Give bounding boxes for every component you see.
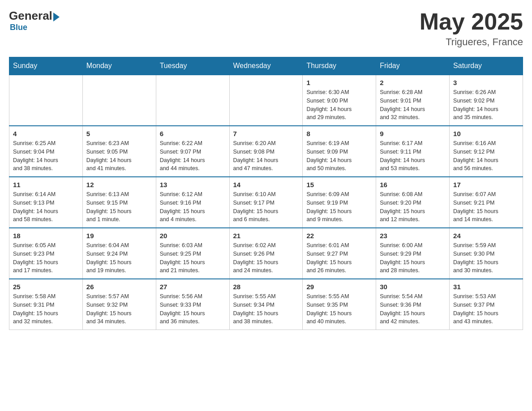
day-header-friday: Friday (376, 57, 450, 75)
day-number: 25 (13, 283, 79, 291)
day-info-text: Sunrise: 6:14 AMSunset: 9:13 PMDaylight:… (13, 190, 79, 224)
day-info-text: Sunrise: 6:10 AMSunset: 9:17 PMDaylight:… (233, 190, 299, 224)
day-number: 21 (233, 232, 299, 240)
calendar-cell: 30Sunrise: 5:54 AMSunset: 9:36 PMDayligh… (376, 279, 450, 330)
day-info-text: Sunrise: 6:22 AMSunset: 9:07 PMDaylight:… (160, 139, 226, 173)
calendar-cell: 1Sunrise: 6:30 AMSunset: 9:00 PMDaylight… (303, 75, 376, 126)
calendar-week-1: 1Sunrise: 6:30 AMSunset: 9:00 PMDaylight… (9, 75, 523, 126)
title-block: May 2025 Trigueres, France (420, 9, 523, 48)
calendar-cell (82, 75, 156, 126)
calendar-cell: 9Sunrise: 6:17 AMSunset: 9:11 PMDaylight… (376, 126, 450, 177)
day-info-text: Sunrise: 5:56 AMSunset: 9:33 PMDaylight:… (160, 292, 226, 326)
calendar-cell: 6Sunrise: 6:22 AMSunset: 9:07 PMDaylight… (156, 126, 229, 177)
day-info-text: Sunrise: 6:02 AMSunset: 9:26 PMDaylight:… (233, 241, 299, 275)
calendar-cell: 4Sunrise: 6:25 AMSunset: 9:04 PMDaylight… (9, 126, 83, 177)
calendar-week-3: 11Sunrise: 6:14 AMSunset: 9:13 PMDayligh… (9, 177, 523, 228)
day-number: 31 (453, 283, 519, 291)
day-info-text: Sunrise: 6:20 AMSunset: 9:08 PMDaylight:… (233, 139, 299, 173)
calendar-cell (229, 75, 303, 126)
day-info-text: Sunrise: 6:04 AMSunset: 9:24 PMDaylight:… (86, 241, 152, 275)
month-title: May 2025 (420, 9, 523, 34)
day-number: 17 (453, 181, 519, 188)
calendar-cell: 27Sunrise: 5:56 AMSunset: 9:33 PMDayligh… (156, 279, 229, 330)
day-number: 6 (160, 130, 226, 137)
day-info-text: Sunrise: 6:13 AMSunset: 9:15 PMDaylight:… (86, 190, 152, 224)
calendar-cell: 12Sunrise: 6:13 AMSunset: 9:15 PMDayligh… (82, 177, 156, 228)
day-number: 16 (380, 181, 446, 188)
calendar-cell: 14Sunrise: 6:10 AMSunset: 9:17 PMDayligh… (229, 177, 303, 228)
day-header-sunday: Sunday (9, 57, 83, 75)
day-info-text: Sunrise: 5:53 AMSunset: 9:37 PMDaylight:… (453, 292, 519, 326)
day-info-text: Sunrise: 6:01 AMSunset: 9:27 PMDaylight:… (306, 241, 372, 275)
day-header-tuesday: Tuesday (156, 57, 229, 75)
day-number: 18 (13, 232, 79, 240)
day-info-text: Sunrise: 6:19 AMSunset: 9:09 PMDaylight:… (306, 139, 372, 173)
calendar-cell: 3Sunrise: 6:26 AMSunset: 9:02 PMDaylight… (450, 75, 523, 126)
day-header-wednesday: Wednesday (229, 57, 303, 75)
day-info-text: Sunrise: 6:00 AMSunset: 9:29 PMDaylight:… (380, 241, 446, 275)
day-number: 14 (233, 181, 299, 188)
day-info-text: Sunrise: 5:57 AMSunset: 9:32 PMDaylight:… (86, 292, 152, 326)
calendar-cell: 29Sunrise: 5:55 AMSunset: 9:35 PMDayligh… (303, 279, 376, 330)
day-number: 19 (86, 232, 152, 240)
day-number: 30 (380, 283, 446, 291)
day-info-text: Sunrise: 6:26 AMSunset: 9:02 PMDaylight:… (453, 88, 519, 122)
calendar-cell: 28Sunrise: 5:55 AMSunset: 9:34 PMDayligh… (229, 279, 303, 330)
day-number: 29 (306, 283, 372, 291)
day-number: 12 (86, 181, 152, 188)
calendar-week-4: 18Sunrise: 6:05 AMSunset: 9:23 PMDayligh… (9, 228, 523, 279)
day-info-text: Sunrise: 6:16 AMSunset: 9:12 PMDaylight:… (453, 139, 519, 173)
day-number: 1 (306, 79, 372, 86)
logo-blue-text: Blue (10, 23, 27, 32)
day-number: 20 (160, 232, 226, 240)
day-info-text: Sunrise: 6:09 AMSunset: 9:19 PMDaylight:… (306, 190, 372, 224)
day-info-text: Sunrise: 5:55 AMSunset: 9:34 PMDaylight:… (233, 292, 299, 326)
calendar-cell: 11Sunrise: 6:14 AMSunset: 9:13 PMDayligh… (9, 177, 83, 228)
day-number: 22 (306, 232, 372, 240)
day-number: 3 (453, 79, 519, 86)
day-info-text: Sunrise: 6:12 AMSunset: 9:16 PMDaylight:… (160, 190, 226, 224)
day-header-saturday: Saturday (450, 57, 523, 75)
logo: General Blue (9, 9, 60, 32)
calendar-cell (156, 75, 229, 126)
day-number: 27 (160, 283, 226, 291)
day-number: 11 (13, 181, 79, 188)
day-number: 10 (453, 130, 519, 137)
location-text: Trigueres, France (420, 36, 523, 48)
calendar-table: SundayMondayTuesdayWednesdayThursdayFrid… (9, 57, 523, 330)
day-number: 5 (86, 130, 152, 137)
day-info-text: Sunrise: 6:28 AMSunset: 9:01 PMDaylight:… (380, 88, 446, 122)
day-number: 8 (306, 130, 372, 137)
calendar-cell: 7Sunrise: 6:20 AMSunset: 9:08 PMDaylight… (229, 126, 303, 177)
day-info-text: Sunrise: 5:54 AMSunset: 9:36 PMDaylight:… (380, 292, 446, 326)
calendar-week-2: 4Sunrise: 6:25 AMSunset: 9:04 PMDaylight… (9, 126, 523, 177)
calendar-cell: 15Sunrise: 6:09 AMSunset: 9:19 PMDayligh… (303, 177, 376, 228)
calendar-week-5: 25Sunrise: 5:58 AMSunset: 9:31 PMDayligh… (9, 279, 523, 330)
day-header-monday: Monday (82, 57, 156, 75)
day-number: 4 (13, 130, 79, 137)
page-header: General Blue May 2025 Trigueres, France (9, 9, 523, 48)
calendar-cell: 10Sunrise: 6:16 AMSunset: 9:12 PMDayligh… (450, 126, 523, 177)
day-info-text: Sunrise: 6:25 AMSunset: 9:04 PMDaylight:… (13, 139, 79, 173)
day-info-text: Sunrise: 6:03 AMSunset: 9:25 PMDaylight:… (160, 241, 226, 275)
day-info-text: Sunrise: 6:05 AMSunset: 9:23 PMDaylight:… (13, 241, 79, 275)
day-info-text: Sunrise: 6:23 AMSunset: 9:05 PMDaylight:… (86, 139, 152, 173)
calendar-cell: 25Sunrise: 5:58 AMSunset: 9:31 PMDayligh… (9, 279, 83, 330)
calendar-cell: 19Sunrise: 6:04 AMSunset: 9:24 PMDayligh… (82, 228, 156, 279)
day-info-text: Sunrise: 5:58 AMSunset: 9:31 PMDaylight:… (13, 292, 79, 326)
day-number: 24 (453, 232, 519, 240)
day-info-text: Sunrise: 5:59 AMSunset: 9:30 PMDaylight:… (453, 241, 519, 275)
calendar-cell: 26Sunrise: 5:57 AMSunset: 9:32 PMDayligh… (82, 279, 156, 330)
calendar-cell: 8Sunrise: 6:19 AMSunset: 9:09 PMDaylight… (303, 126, 376, 177)
day-number: 9 (380, 130, 446, 137)
logo-arrow-icon (53, 13, 60, 21)
calendar-cell: 16Sunrise: 6:08 AMSunset: 9:20 PMDayligh… (376, 177, 450, 228)
day-info-text: Sunrise: 6:07 AMSunset: 9:21 PMDaylight:… (453, 190, 519, 224)
day-number: 7 (233, 130, 299, 137)
calendar-cell: 21Sunrise: 6:02 AMSunset: 9:26 PMDayligh… (229, 228, 303, 279)
day-number: 28 (233, 283, 299, 291)
day-number: 13 (160, 181, 226, 188)
calendar-cell: 13Sunrise: 6:12 AMSunset: 9:16 PMDayligh… (156, 177, 229, 228)
day-header-thursday: Thursday (303, 57, 376, 75)
day-info-text: Sunrise: 6:30 AMSunset: 9:00 PMDaylight:… (306, 88, 372, 122)
